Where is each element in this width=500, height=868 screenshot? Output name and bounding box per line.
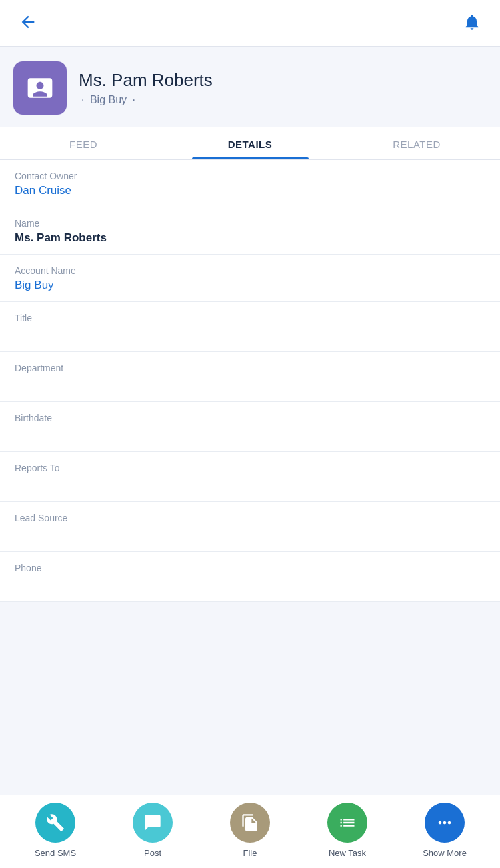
tabs-bar: FEED DETAILS RELATED	[0, 127, 500, 160]
new-task-button[interactable]: New Task	[314, 803, 381, 858]
tab-details[interactable]: DETAILS	[167, 127, 333, 159]
value-reports-to	[15, 476, 485, 492]
detail-row-reports-to: Reports To	[0, 452, 500, 502]
post-icon-container	[133, 803, 173, 843]
profile-company: · Big Buy ·	[79, 94, 487, 106]
post-label: Post	[144, 848, 161, 858]
detail-row-lead-source: Lead Source	[0, 502, 500, 552]
detail-row-department: Department	[0, 352, 500, 402]
file-label: File	[243, 848, 257, 858]
value-phone	[15, 576, 485, 592]
label-birthdate: Birthdate	[15, 413, 485, 423]
detail-row-name: Name Ms. Pam Roberts	[0, 207, 500, 255]
value-department	[15, 376, 485, 392]
profile-info: Ms. Pam Roberts · Big Buy ·	[79, 70, 487, 105]
detail-row-contact-owner: Contact Owner Dan Cruise	[0, 160, 500, 207]
wrench-icon	[46, 813, 65, 832]
new-task-icon-container	[327, 803, 367, 843]
label-phone: Phone	[15, 563, 485, 573]
detail-row-phone: Phone	[0, 552, 500, 602]
value-title	[15, 326, 485, 342]
value-account-name[interactable]: Big Buy	[15, 279, 485, 292]
chat-icon	[143, 813, 162, 832]
show-more-icon-container	[425, 803, 465, 843]
send-sms-button[interactable]: Send SMS	[22, 803, 89, 858]
bottom-toolbar: Send SMS Post File New Task	[0, 795, 500, 868]
task-icon	[338, 813, 357, 832]
value-contact-owner[interactable]: Dan Cruise	[15, 184, 485, 197]
profile-section: Ms. Pam Roberts · Big Buy ·	[0, 47, 500, 115]
tab-feed[interactable]: FEED	[0, 127, 167, 159]
header	[0, 0, 500, 47]
contact-card-icon	[25, 73, 55, 103]
notifications-button[interactable]	[460, 10, 484, 36]
send-sms-icon-container	[35, 803, 75, 843]
show-more-button[interactable]: Show More	[411, 803, 478, 858]
back-button[interactable]	[16, 10, 40, 36]
bell-icon	[463, 13, 481, 31]
show-more-label: Show More	[423, 848, 467, 858]
file-icon-container	[230, 803, 270, 843]
profile-name: Ms. Pam Roberts	[79, 70, 487, 91]
value-birthdate	[15, 426, 485, 442]
new-task-label: New Task	[329, 848, 366, 858]
label-contact-owner: Contact Owner	[15, 171, 485, 181]
post-button[interactable]: Post	[119, 803, 186, 858]
detail-row-birthdate: Birthdate	[0, 402, 500, 452]
tab-related[interactable]: RELATED	[333, 127, 500, 159]
file-icon	[241, 813, 259, 832]
file-button[interactable]: File	[217, 803, 283, 858]
label-reports-to: Reports To	[15, 463, 485, 473]
back-arrow-icon	[19, 13, 37, 31]
label-title: Title	[15, 313, 485, 323]
label-account-name: Account Name	[15, 265, 485, 276]
label-department: Department	[15, 363, 485, 373]
detail-row-account-name: Account Name Big Buy	[0, 255, 500, 302]
send-sms-label: Send SMS	[35, 848, 76, 858]
more-icon	[435, 813, 454, 832]
detail-row-title: Title	[0, 302, 500, 352]
avatar	[13, 61, 67, 115]
label-name: Name	[15, 218, 485, 229]
value-name: Ms. Pam Roberts	[15, 231, 485, 245]
label-lead-source: Lead Source	[15, 513, 485, 523]
value-lead-source	[15, 526, 485, 542]
details-list: Contact Owner Dan Cruise Name Ms. Pam Ro…	[0, 160, 500, 602]
